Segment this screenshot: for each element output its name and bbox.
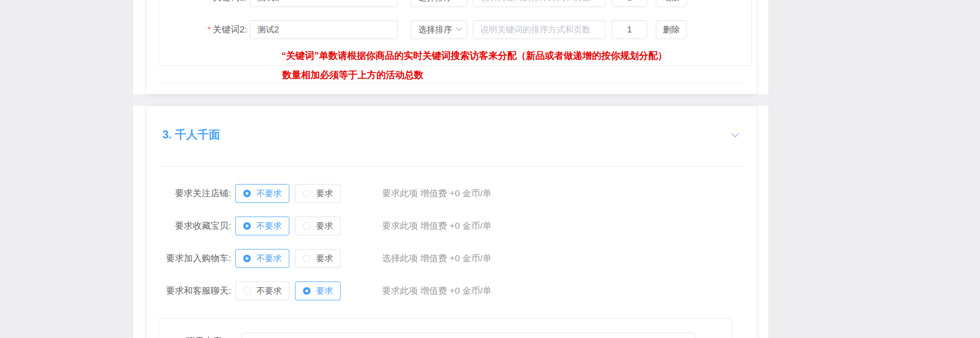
personalization-card: 3. 千人千面 要求关注店铺: 不要求 要求 要求此项 增值费 +0 金币/单 … <box>147 106 756 338</box>
radio-option-no[interactable]: 不要求 <box>235 282 289 300</box>
sort-note-input-2[interactable] <box>473 20 606 39</box>
radio-icon <box>303 287 311 295</box>
radio-icon <box>303 190 311 197</box>
keyword-2-label: *关键词2: <box>160 20 247 39</box>
radio-icon <box>303 222 311 230</box>
radio-option-no[interactable]: 不要求 <box>235 249 289 268</box>
radio-option-no[interactable]: 不要求 <box>235 217 289 235</box>
sort-order-select-1[interactable]: 选择排序 <box>411 0 467 7</box>
keyword-row-2: *关键词2: 选择排序 删除 <box>147 20 756 39</box>
fee-note: 要求此项 增值费 +0 金币/单 <box>382 282 492 300</box>
add-to-cart-label: 要求加入购物车: <box>156 249 231 268</box>
keyword-1-input[interactable] <box>250 0 398 7</box>
fee-note: 选择此项 增值费 +0 金币/单 <box>382 249 492 268</box>
favorite-item-row: 要求收藏宝贝: 不要求 要求 要求此项 增值费 +0 金币/单 <box>147 217 756 235</box>
add-to-cart-row: 要求加入购物车: 不要求 要求 选择此项 增值费 +0 金币/单 <box>147 249 756 268</box>
required-asterisk: * <box>207 24 211 34</box>
page: *关键词1: 选择排序 增加 *关键词2: 选择排序 删除 <box>0 0 980 338</box>
radio-option-no[interactable]: 不要求 <box>235 184 289 203</box>
radio-icon <box>243 255 251 262</box>
chat-service-label: 要求和客服聊天: <box>156 282 231 300</box>
radio-option-yes[interactable]: 要求 <box>295 282 341 300</box>
keyword-row-1: *关键词1: 选择排序 增加 <box>147 0 756 7</box>
chat-service-row: 要求和客服聊天: 不要求 要求 要求此项 增值费 +0 金币/单 <box>147 282 756 300</box>
keyword-note-line1: “关键词”单数请根据你商品的实时关键词搜索访客来分配（新品或者做递增的按你规划分… <box>281 49 667 62</box>
follow-shop-label: 要求关注店铺: <box>156 184 231 203</box>
divider <box>160 166 743 167</box>
section-title: 3. 千人千面 <box>162 127 220 142</box>
radio-icon <box>303 255 311 262</box>
radio-option-yes[interactable]: 要求 <box>295 217 341 235</box>
fee-note: 要求此项 增值费 +0 金币/单 <box>382 217 492 235</box>
count-input-2[interactable] <box>612 20 647 39</box>
radio-option-yes[interactable]: 要求 <box>295 249 341 268</box>
keyword-1-label: *关键词1: <box>160 0 247 7</box>
add-keyword-button[interactable]: 增加 <box>656 0 687 7</box>
radio-option-yes[interactable]: 要求 <box>295 184 341 203</box>
chevron-glyph <box>731 130 739 138</box>
keyword-2-input[interactable] <box>250 20 398 39</box>
delete-keyword-button[interactable]: 删除 <box>656 20 687 39</box>
follow-shop-row: 要求关注店铺: 不要求 要求 要求此项 增值费 +0 金币/单 <box>147 184 756 203</box>
divider <box>160 83 743 83</box>
chevron-down-icon <box>456 25 462 31</box>
chat-content-label: 聊天内容 <box>156 332 222 338</box>
favorite-item-label: 要求收藏宝贝: <box>156 217 231 235</box>
fee-note: 要求此项 增值费 +0 金币/单 <box>382 184 492 203</box>
sort-note-input-1[interactable] <box>473 0 606 7</box>
required-asterisk: * <box>207 0 211 2</box>
chat-content-input[interactable] <box>241 333 695 338</box>
sort-order-select-2[interactable]: 选择排序 <box>411 20 467 39</box>
radio-icon <box>243 287 251 295</box>
keyword-note-line2: 数量相加必须等于上方的活动总数 <box>282 69 423 81</box>
radio-icon <box>243 222 251 230</box>
count-input-1[interactable] <box>612 0 647 7</box>
chevron-down-icon[interactable] <box>730 130 740 140</box>
card-gap <box>133 94 768 106</box>
radio-icon <box>243 190 251 197</box>
keywords-card: *关键词1: 选择排序 增加 *关键词2: 选择排序 删除 <box>147 0 756 94</box>
